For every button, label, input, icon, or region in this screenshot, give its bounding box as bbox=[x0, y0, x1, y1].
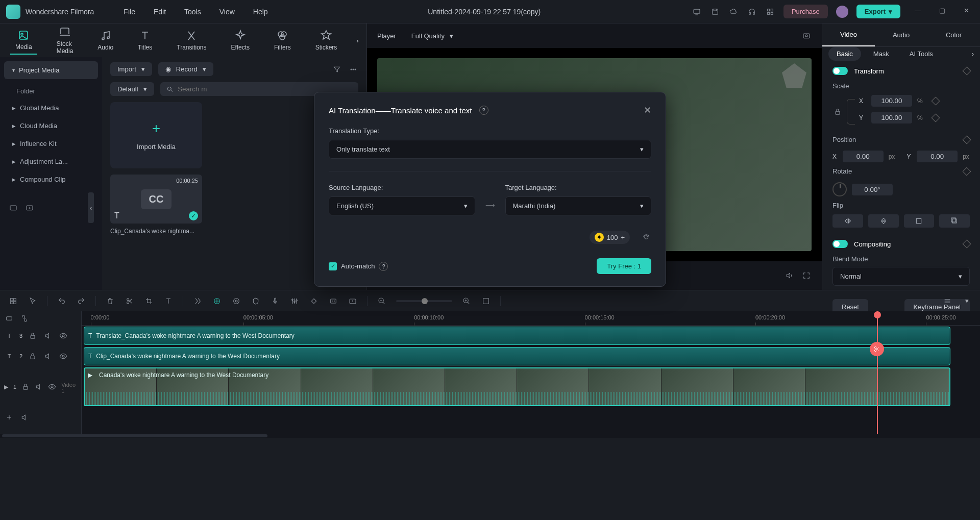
help-icon[interactable]: ? bbox=[479, 106, 488, 115]
auto-match-label: Auto-match bbox=[341, 262, 375, 270]
refresh-icon[interactable] bbox=[641, 232, 651, 242]
source-language-dropdown[interactable]: English (US)▾ bbox=[329, 196, 475, 215]
chevron-down-icon: ▾ bbox=[640, 145, 644, 153]
plus-icon[interactable]: + bbox=[621, 234, 625, 241]
translation-type-label: Translation Type: bbox=[329, 127, 651, 135]
modal-title: AI Translation——Translate voice and text bbox=[329, 106, 474, 115]
target-language-dropdown[interactable]: Marathi (India)▾ bbox=[505, 196, 652, 215]
try-free-button[interactable]: Try Free : 1 bbox=[597, 258, 651, 274]
chevron-down-icon: ▾ bbox=[640, 202, 644, 210]
source-language-label: Source Language: bbox=[329, 184, 475, 191]
close-modal-button[interactable]: ✕ bbox=[644, 105, 651, 116]
credits-value: 100 bbox=[607, 234, 618, 241]
translation-type-dropdown[interactable]: Only translate text▾ bbox=[329, 140, 651, 159]
chevron-down-icon: ▾ bbox=[464, 202, 468, 210]
credits-indicator[interactable]: ✦100+ bbox=[590, 231, 630, 244]
auto-match-checkbox[interactable]: ✓ bbox=[329, 262, 337, 270]
auto-match-help-icon[interactable]: ? bbox=[379, 262, 388, 271]
credits-icon: ✦ bbox=[595, 233, 604, 242]
ai-translation-modal: AI Translation——Translate voice and text… bbox=[314, 92, 666, 287]
arrow-right-icon: ⟶ bbox=[485, 202, 495, 215]
target-language-label: Target Language: bbox=[505, 184, 652, 191]
